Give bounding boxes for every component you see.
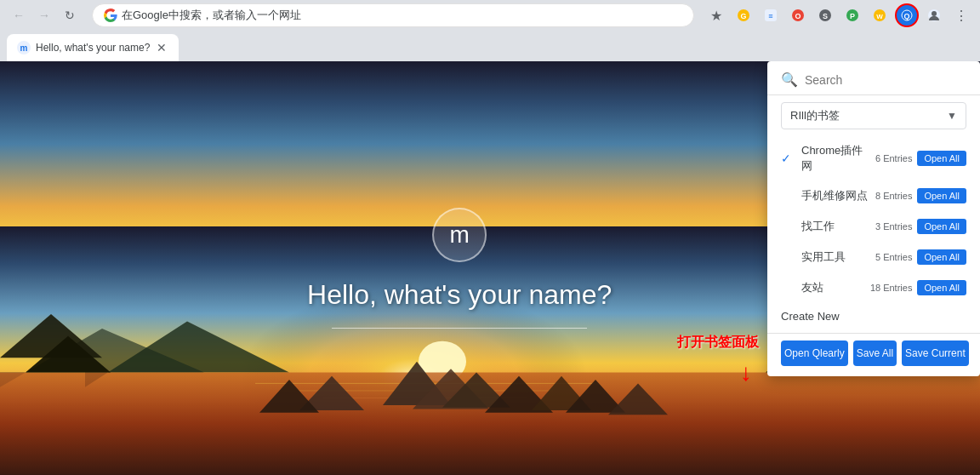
bookmark-star-button[interactable]: ★ <box>704 3 728 27</box>
svg-marker-27 <box>442 373 510 408</box>
svg-point-18 <box>419 341 466 382</box>
tab-favicon: m <box>17 41 31 54</box>
svg-text:O: O <box>795 12 801 20</box>
bookmark-name: 实用工具 <box>801 249 869 265</box>
open-all-button[interactable]: Open All <box>917 151 966 166</box>
check-icon: ✓ <box>781 152 795 165</box>
bookmark-meta: 6 Entries Open All <box>875 151 966 166</box>
open-all-button[interactable]: Open All <box>917 280 966 295</box>
svg-marker-34 <box>0 314 102 358</box>
entries-count: 6 Entries <box>875 153 912 163</box>
bookmark-name: 手机维修网点 <box>801 188 869 203</box>
page-headline: Hello, what's your name? <box>307 279 612 311</box>
svg-text:≡: ≡ <box>768 12 772 20</box>
save-all-button[interactable]: Save All <box>853 341 897 366</box>
list-item[interactable]: 找工作 3 Entries Open All <box>767 211 980 242</box>
svg-text:S: S <box>823 12 828 20</box>
ext-icon-5[interactable]: P <box>840 3 864 27</box>
list-item[interactable]: 实用工具 5 Entries Open All <box>767 242 980 272</box>
active-tab[interactable]: m Hello, what's your name? ✕ <box>7 34 179 61</box>
ext-icon-4[interactable]: S <box>813 3 837 27</box>
svg-marker-28 <box>485 376 553 413</box>
tab-bar: m Hello, what's your name? ✕ <box>0 31 980 61</box>
svg-marker-31 <box>608 384 668 415</box>
bookmark-name: Chrome插件网 <box>801 143 869 174</box>
save-current-button[interactable]: Save Current <box>902 341 969 366</box>
svg-marker-25 <box>383 362 451 405</box>
bookmark-list: ✓ Chrome插件网 6 Entries Open All 手机维修网点 8 … <box>767 136 980 303</box>
nav-buttons: ← → ↻ <box>7 3 82 27</box>
bookmark-meta: 5 Entries Open All <box>875 249 966 265</box>
content-area: m Hello, what's your name? 打开书签面板 ↓ 🔍 RI… <box>0 61 980 475</box>
entries-count: 18 Entries <box>870 283 913 293</box>
open-all-button[interactable]: Open All <box>917 188 966 203</box>
avatar: m <box>432 208 487 262</box>
forward-button[interactable]: → <box>32 3 56 27</box>
address-text: 在Google中搜索，或者输入一个网址 <box>122 8 683 23</box>
address-bar[interactable]: 在Google中搜索，或者输入一个网址 <box>92 3 694 27</box>
folder-name: RIll的书签 <box>790 108 947 123</box>
folder-selector[interactable]: RIll的书签 ▼ <box>781 102 966 129</box>
svg-marker-33 <box>259 381 319 414</box>
headline-underline <box>332 328 587 329</box>
bookmark-name: 找工作 <box>801 219 869 234</box>
toolbar-icons: ★ G ≡ O S P W Q <box>704 3 973 27</box>
popup-footer: Open Qlearly Save All Save Current <box>767 333 980 369</box>
browser-frame: ← → ↻ 在Google中搜索，或者输入一个网址 ★ G ≡ O <box>0 0 980 475</box>
qlearly-extension-button[interactable]: Q <box>895 3 919 27</box>
svg-text:P: P <box>850 12 855 20</box>
bookmark-name: 友站 <box>801 280 863 295</box>
open-all-button[interactable]: Open All <box>917 249 966 265</box>
svg-marker-35 <box>26 336 111 373</box>
annotation-arrow: ↓ <box>733 359 759 386</box>
ext-icon-2[interactable]: ≡ <box>759 3 783 27</box>
list-item[interactable]: 友站 18 Entries Open All <box>767 272 980 303</box>
svg-text:G: G <box>740 12 746 20</box>
annotation-text: 打开书签面板 <box>677 334 759 352</box>
page-content: m Hello, what's your name? <box>307 208 612 329</box>
menu-button[interactable]: ⋮ <box>949 3 973 27</box>
ext-icon-6[interactable]: W <box>868 3 892 27</box>
list-item[interactable]: ✓ Chrome插件网 6 Entries Open All <box>767 136 980 180</box>
svg-point-15 <box>932 11 937 16</box>
entries-count: 5 Entries <box>875 252 912 262</box>
entries-count: 3 Entries <box>875 221 912 232</box>
entries-count: 8 Entries <box>875 191 912 201</box>
svg-marker-26 <box>413 369 489 409</box>
tab-close-button[interactable]: ✕ <box>155 39 168 56</box>
create-new-button[interactable]: Create New <box>767 303 980 329</box>
back-button[interactable]: ← <box>7 3 31 27</box>
open-qlearly-button[interactable]: Open Qlearly <box>781 341 848 366</box>
search-icon: 🔍 <box>781 72 798 88</box>
profile-button[interactable] <box>922 3 946 27</box>
bookmark-meta: 8 Entries Open All <box>875 188 966 203</box>
open-all-button[interactable]: Open All <box>917 219 966 234</box>
svg-marker-29 <box>532 376 591 410</box>
svg-rect-21 <box>0 373 980 475</box>
title-bar: ← → ↻ 在Google中搜索，或者输入一个网址 ★ G ≡ O <box>0 0 980 31</box>
bookmark-meta: 18 Entries Open All <box>870 280 966 295</box>
tab-title: Hello, what's your name? <box>36 42 150 54</box>
svg-marker-32 <box>299 376 364 410</box>
svg-marker-30 <box>566 381 625 414</box>
svg-marker-20 <box>85 322 289 387</box>
popup-search-area: 🔍 <box>767 61 980 95</box>
svg-text:W: W <box>876 13 883 20</box>
ext-icon-1[interactable]: G <box>732 3 755 27</box>
chevron-down-icon: ▼ <box>947 110 957 122</box>
bookmark-meta: 3 Entries Open All <box>875 219 966 234</box>
search-input[interactable] <box>805 73 966 87</box>
svg-marker-19 <box>0 329 204 387</box>
ext-icon-3[interactable]: O <box>786 3 810 27</box>
list-item[interactable]: 手机维修网点 8 Entries Open All <box>767 180 980 211</box>
reload-button[interactable]: ↻ <box>58 3 82 27</box>
google-icon <box>103 8 118 23</box>
svg-text:Q: Q <box>903 12 909 20</box>
popup-panel: 🔍 RIll的书签 ▼ ✓ Chrome插件网 6 Entries Open A… <box>767 61 980 376</box>
